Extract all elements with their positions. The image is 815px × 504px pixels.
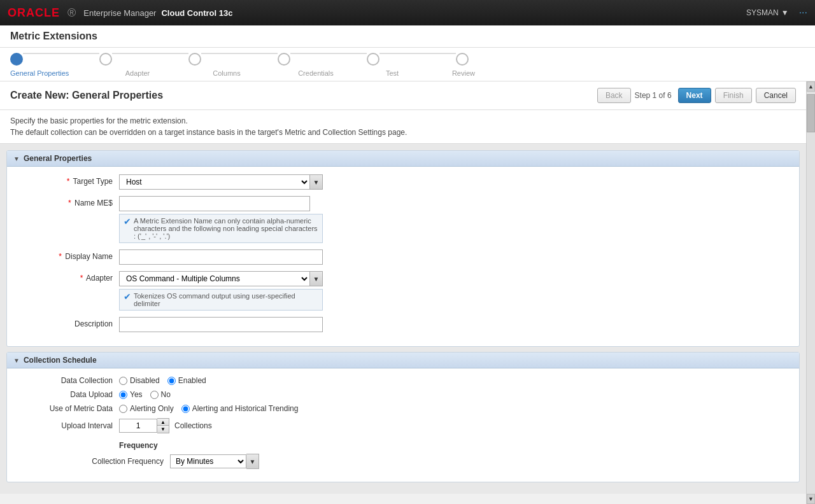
description-row: Description [17,317,789,332]
required-star-4: * [80,274,83,283]
cancel-button[interactable]: Cancel [756,88,796,103]
next-button[interactable]: Next [678,88,711,103]
use-of-metric-data-label: Use of Metric Data [17,404,119,413]
step-label-6: Review [424,69,475,77]
data-upload-yes-radio[interactable] [119,391,127,399]
use-of-metric-data-options: Alerting Only Alerting and Historical Tr… [119,404,298,413]
upload-interval-input[interactable] [119,419,157,433]
upload-interval-spinner: ▲ ▼ Collections [119,418,212,433]
name-mes-row: * Name ME$ ✔ A Metric Extension Name can… [17,196,789,243]
data-upload-no-radio[interactable] [150,391,159,399]
step-circle-4 [278,53,290,66]
target-type-label: * Target Type [17,174,119,186]
adapter-label: * Adapter [17,271,119,283]
dots-menu[interactable]: ··· [799,7,807,18]
data-collection-enabled-radio[interactable] [167,377,176,385]
upload-interval-row: Upload Interval ▲ ▼ Collections [17,418,789,433]
data-collection-disabled[interactable]: Disabled [119,376,160,385]
collection-schedule-title: Collection Schedule [24,356,97,365]
target-type-row: * Target Type Host ▼ [17,174,789,190]
logo-divider: ® [67,6,76,20]
step-1 [10,53,23,66]
user-dropdown-icon: ▼ [781,8,789,17]
name-mes-input[interactable] [119,196,310,211]
step-line-3 [201,53,278,54]
description-control [119,317,348,332]
page-wrapper: ORACLE ® Enterprise Manager Cloud Contro… [0,0,815,504]
step-circle-3 [188,53,201,66]
data-collection-label: Data Collection [17,376,119,385]
spinner-up-button[interactable]: ▲ [157,419,169,426]
step-circle-2 [99,53,112,66]
description-input[interactable] [119,317,323,332]
scrollbar[interactable]: ▲ ▼ [806,81,815,504]
use-of-metric-data-row: Use of Metric Data Alerting Only Alertin… [17,404,789,413]
desc-line1: Specify the basic properties for the met… [10,115,796,127]
target-type-control: Host ▼ [119,174,348,190]
adapter-row: * Adapter OS Command - Multiple Columns … [17,271,789,311]
adapter-select-wrapper: OS Command - Multiple Columns ▼ [119,271,348,286]
name-mes-label: * Name ME$ [17,196,119,207]
step-circle-5 [367,53,379,66]
target-type-dropdown-btn[interactable]: ▼ [310,174,323,190]
data-upload-label: Data Upload [17,390,119,399]
collapse-icon-2[interactable]: ▼ [13,357,20,364]
scroll-down-button[interactable]: ▼ [807,494,815,504]
top-header: ORACLE ® Enterprise Manager Cloud Contro… [0,0,815,25]
back-button[interactable]: Back [597,88,631,103]
data-upload-no[interactable]: No [150,390,171,399]
display-name-control [119,249,348,265]
step-line-4 [290,53,367,54]
adapter-hint-icon: ✔ [124,291,131,302]
step-label-4: Credentials [271,69,360,77]
adapter-control: OS Command - Multiple Columns ▼ ✔ Tokeni… [119,271,348,311]
step-circle-1 [10,53,23,66]
adapter-select[interactable]: OS Command - Multiple Columns [119,271,310,286]
adapter-dropdown-btn[interactable]: ▼ [310,271,323,286]
alerting-only-radio[interactable] [119,405,127,413]
alerting-historical-option[interactable]: Alerting and Historical Trending [181,404,299,413]
collection-frequency-select[interactable]: By Minutes By Hours By Days By Weeks [170,454,246,468]
data-collection-disabled-radio[interactable] [119,377,127,385]
general-properties-panel-header: ▼ General Properties [7,151,799,167]
step-line-2 [112,53,188,54]
collections-label: Collections [174,421,212,430]
step-circle-6 [456,53,469,66]
collection-frequency-select-wrap: By Minutes By Hours By Days By Weeks ▼ [170,454,259,469]
collection-schedule-panel-header: ▼ Collection Schedule [7,353,799,368]
required-star-2: * [68,199,71,207]
step-line-5 [379,53,456,54]
section-title: Create New: General Properties [10,90,163,101]
collection-schedule-body: Data Collection Disabled Enabled [7,368,799,482]
description-label: Description [17,317,119,328]
name-mes-control: ✔ A Metric Extension Name can only conta… [119,196,348,243]
page-title: Metric Extensions [10,31,97,41]
collapse-icon[interactable]: ▼ [13,155,20,162]
main-scroll-area: ▼ General Properties * Target Type [0,144,806,494]
header-right: SYSMAN ▼ ··· [746,7,807,18]
finish-button[interactable]: Finish [715,88,752,103]
alerting-only-option[interactable]: Alerting Only [119,404,174,413]
scroll-up-button[interactable]: ▲ [807,81,815,92]
spinner-down-button[interactable]: ▼ [157,426,169,433]
steps-container [10,53,805,66]
required-star: * [67,177,70,186]
user-menu[interactable]: SYSMAN ▼ [746,8,789,17]
page-title-bar: Metric Extensions [0,25,815,48]
target-type-select[interactable]: Host [119,174,310,190]
general-properties-panel: ▼ General Properties * Target Type [6,150,800,347]
desc-line2: The default collection can be overridden… [10,127,796,138]
em-label: Enterprise Manager [83,8,156,18]
frequency-dropdown-btn[interactable]: ▼ [246,454,259,469]
alerting-historical-radio[interactable] [181,405,190,413]
display-name-input[interactable] [119,249,323,265]
scrollbar-thumb[interactable] [807,94,815,132]
hint-check-icon: ✔ [124,216,131,227]
general-properties-title: General Properties [24,154,92,163]
target-type-select-wrapper: Host ▼ [119,174,348,190]
data-upload-yes[interactable]: Yes [119,390,143,399]
data-collection-row: Data Collection Disabled Enabled [17,376,789,385]
step-2 [99,53,112,66]
required-star-3: * [59,252,62,261]
data-collection-enabled[interactable]: Enabled [167,376,206,385]
